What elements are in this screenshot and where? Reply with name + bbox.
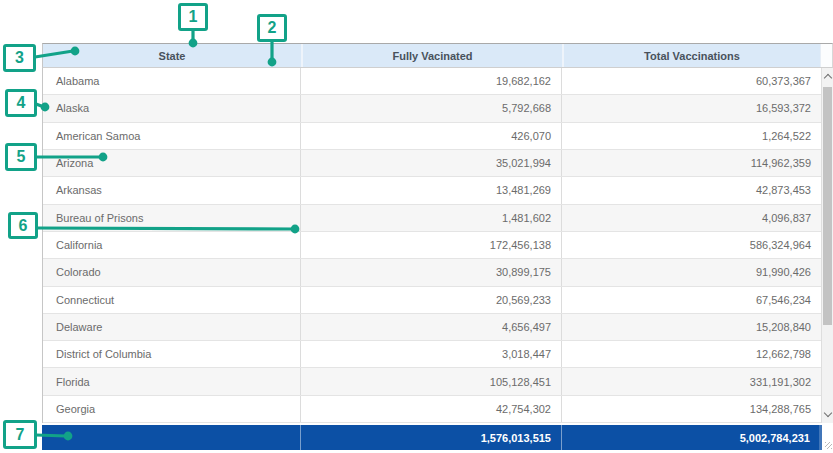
callout-1-box: 1	[178, 3, 208, 31]
cell-fully-vacinated: 42,754,302	[301, 396, 562, 422]
callout-5-box: 5	[5, 143, 37, 171]
cell-state: Georgia	[43, 396, 301, 422]
cell-state: District of Columbia	[43, 341, 301, 367]
cell-state: Florida	[43, 368, 301, 394]
cell-total-vaccinations: 331,191,302	[562, 368, 833, 394]
total-cell-fully-vacinated: 1,576,013,515	[300, 425, 561, 450]
cell-total-vaccinations: 15,208,840	[562, 314, 833, 340]
cell-state: Alaska	[43, 95, 301, 121]
cell-state: Delaware	[43, 314, 301, 340]
cell-total-vaccinations: 91,990,426	[562, 259, 833, 285]
cell-state: Arkansas	[43, 177, 301, 203]
table-row[interactable]: Alaska5,792,66816,593,372	[43, 95, 833, 122]
cell-fully-vacinated: 5,792,668	[301, 95, 562, 121]
cell-fully-vacinated: 3,018,447	[301, 341, 562, 367]
header-cell-total-vaccinations[interactable]: Total Vaccinations	[562, 44, 820, 67]
cell-state: Arizona	[43, 150, 301, 176]
cell-total-vaccinations: 67,546,234	[562, 287, 833, 313]
cell-fully-vacinated: 35,021,994	[301, 150, 562, 176]
cell-fully-vacinated: 20,569,233	[301, 287, 562, 313]
cell-fully-vacinated: 105,128,451	[301, 368, 562, 394]
chevron-up-icon	[823, 73, 831, 81]
vertical-scrollbar[interactable]	[821, 68, 833, 423]
table-row[interactable]: Arkansas13,481,26942,873,453	[43, 177, 833, 204]
table-row[interactable]: Bureau of Prisons1,481,6024,096,837	[43, 205, 833, 232]
cell-total-vaccinations: 16,593,372	[562, 95, 833, 121]
cell-state: Alabama	[43, 68, 301, 94]
table-header-row: State Fully Vacinated Total Vaccinations	[42, 43, 833, 68]
table-row[interactable]: Alabama19,682,16260,373,367	[43, 68, 833, 95]
callout-4-box: 4	[5, 89, 37, 117]
cell-total-vaccinations: 586,324,964	[562, 232, 833, 258]
cell-fully-vacinated: 426,070	[301, 123, 562, 149]
cell-fully-vacinated: 13,481,269	[301, 177, 562, 203]
cell-state: Colorado	[43, 259, 301, 285]
scroll-up-button[interactable]	[822, 69, 833, 83]
cell-fully-vacinated: 30,899,175	[301, 259, 562, 285]
header-cell-fully-vacinated[interactable]: Fully Vacinated	[301, 44, 562, 67]
cell-state: Connecticut	[43, 287, 301, 313]
scrollbar-thumb[interactable]	[823, 87, 832, 325]
cell-state: California	[43, 232, 301, 258]
callout-6-box: 6	[8, 212, 38, 239]
resize-grip-icon[interactable]	[825, 442, 832, 449]
total-cell-state	[42, 425, 300, 450]
table-row[interactable]: Florida105,128,451331,191,302	[43, 368, 833, 395]
callout-7-box: 7	[3, 420, 37, 449]
cell-total-vaccinations: 134,288,765	[562, 396, 833, 422]
cell-total-vaccinations: 60,373,367	[562, 68, 833, 94]
cell-total-vaccinations: 42,873,453	[562, 177, 833, 203]
cell-fully-vacinated: 19,682,162	[301, 68, 562, 94]
cell-total-vaccinations: 4,096,837	[562, 205, 833, 231]
chevron-down-icon	[823, 409, 831, 417]
total-row: 1,576,013,515 5,002,784,231	[42, 425, 822, 450]
scroll-down-button[interactable]	[822, 407, 833, 421]
table-row[interactable]: District of Columbia3,018,44712,662,798	[43, 341, 833, 368]
table-row[interactable]: Arizona35,021,994114,962,359	[43, 150, 833, 177]
cell-total-vaccinations: 12,662,798	[562, 341, 833, 367]
header-cell-state[interactable]: State	[43, 44, 301, 67]
table-row[interactable]: American Samoa426,0701,264,522	[43, 123, 833, 150]
table-body: Alabama19,682,16260,373,367Alaska5,792,6…	[42, 68, 833, 423]
table-row[interactable]: Colorado30,899,17591,990,426	[43, 259, 833, 286]
cell-fully-vacinated: 1,481,602	[301, 205, 562, 231]
callout-3-box: 3	[3, 44, 36, 72]
table-row[interactable]: Connecticut20,569,23367,546,234	[43, 287, 833, 314]
vaccination-table: State Fully Vacinated Total Vaccinations…	[42, 43, 833, 450]
table-row[interactable]: Delaware4,656,49715,208,840	[43, 314, 833, 341]
total-cell-total-vaccinations: 5,002,784,231	[561, 425, 822, 450]
header-gutter	[820, 44, 832, 67]
table-row[interactable]: California172,456,138586,324,964	[43, 232, 833, 259]
cell-total-vaccinations: 114,962,359	[562, 150, 833, 176]
cell-fully-vacinated: 172,456,138	[301, 232, 562, 258]
table-row[interactable]: Georgia42,754,302134,288,765	[43, 396, 833, 423]
cell-state: Bureau of Prisons	[43, 205, 301, 231]
cell-state: American Samoa	[43, 123, 301, 149]
cell-total-vaccinations: 1,264,522	[562, 123, 833, 149]
callout-2-box: 2	[257, 14, 287, 42]
cell-fully-vacinated: 4,656,497	[301, 314, 562, 340]
